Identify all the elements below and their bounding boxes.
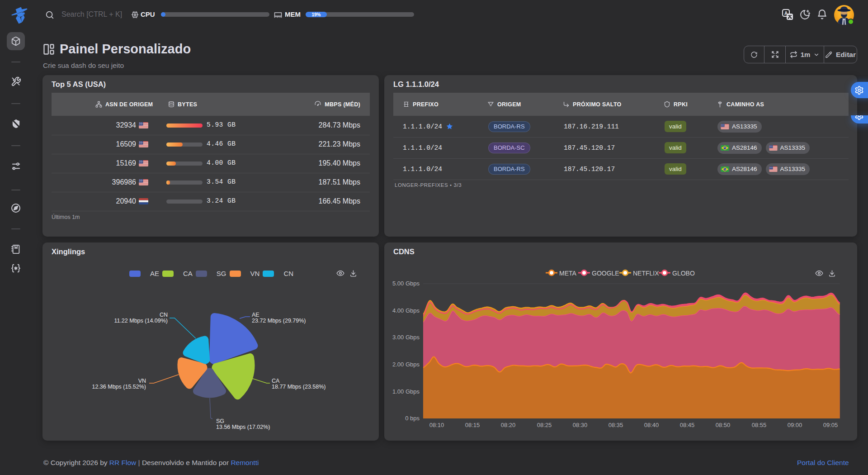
svg-text:NETFLIX: NETFLIX [633,270,659,277]
svg-text:08:10: 08:10 [429,422,444,428]
svg-text:09:00: 09:00 [788,422,802,428]
svg-text:08:35: 08:35 [609,422,623,428]
svg-text:08:55: 08:55 [752,422,767,428]
svg-text:08:25: 08:25 [537,422,552,428]
svg-text:4.00 Gbps: 4.00 Gbps [392,307,420,314]
svg-text:08:45: 08:45 [680,422,695,428]
svg-text:08:15: 08:15 [465,422,480,428]
svg-text:GLOBO: GLOBO [672,270,695,277]
svg-text:GOOGLE: GOOGLE [592,270,619,277]
svg-text:08:50: 08:50 [716,422,731,428]
svg-text:09:05: 09:05 [823,422,838,428]
svg-text:08:20: 08:20 [501,422,516,428]
svg-text:1.00 Gbps: 1.00 Gbps [392,388,420,395]
svg-text:3.00 Gbps: 3.00 Gbps [392,334,420,341]
svg-text:META: META [559,270,577,277]
svg-text:5.00 Gbps: 5.00 Gbps [392,280,420,287]
svg-text:08:30: 08:30 [573,422,588,428]
svg-text:08:40: 08:40 [644,422,659,428]
svg-text:0 bps: 0 bps [405,415,420,422]
svg-text:2.00 Gbps: 2.00 Gbps [392,361,420,368]
